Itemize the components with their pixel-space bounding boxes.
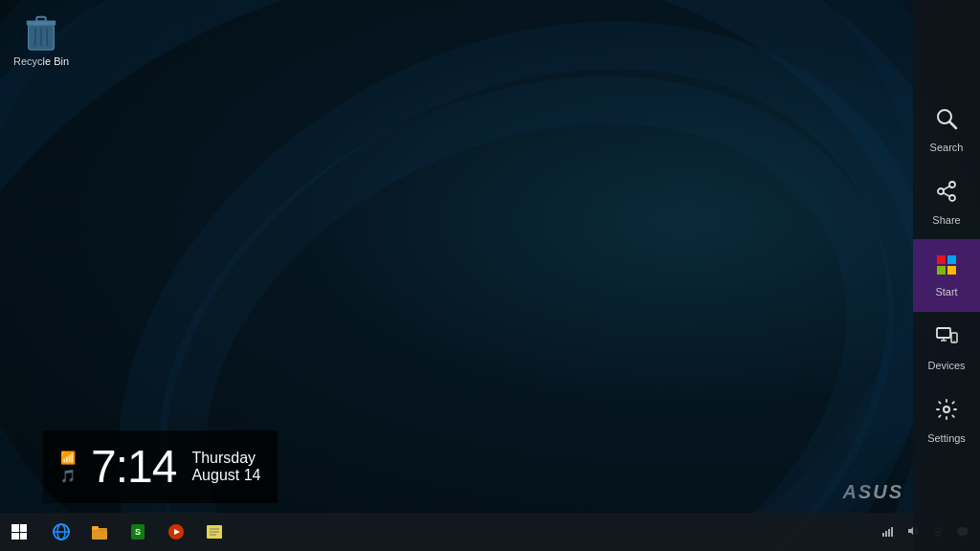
svg-rect-6 bbox=[36, 17, 46, 22]
svg-rect-16 bbox=[937, 266, 946, 275]
svg-rect-28 bbox=[92, 526, 99, 530]
svg-line-12 bbox=[944, 187, 950, 190]
svg-point-11 bbox=[949, 195, 955, 201]
clock-icons: 📶 🎵 bbox=[60, 451, 76, 483]
clock-date-info: Thursday August 14 bbox=[191, 450, 260, 484]
windows-logo-icon bbox=[11, 524, 27, 540]
taskbar-media-icon[interactable] bbox=[157, 513, 195, 551]
svg-line-8 bbox=[949, 121, 956, 128]
recycle-bin-icon[interactable]: Recycle Bin bbox=[8, 10, 75, 72]
charm-start-label: Start bbox=[935, 286, 957, 298]
share-charm-icon bbox=[935, 180, 958, 209]
clock-date: August 14 bbox=[191, 467, 260, 484]
svg-line-4 bbox=[47, 28, 48, 46]
settings-charm-icon bbox=[935, 398, 958, 427]
svg-rect-40 bbox=[891, 527, 893, 537]
clock-widget: 📶 🎵 7:14 Thursday August 14 bbox=[43, 430, 278, 503]
svg-rect-17 bbox=[947, 266, 956, 275]
taskbar-store-icon[interactable]: S bbox=[119, 513, 157, 551]
taskbar-explorer-icon[interactable] bbox=[80, 513, 119, 551]
svg-rect-39 bbox=[888, 529, 890, 537]
charm-devices-label: Devices bbox=[927, 360, 965, 371]
svg-point-23 bbox=[944, 407, 949, 412]
svg-text:S: S bbox=[135, 527, 141, 537]
charms-bar: Search Share bbox=[913, 0, 980, 551]
charm-settings-label: Settings bbox=[927, 432, 966, 444]
devices-charm-icon bbox=[935, 325, 958, 354]
signal-bars-icon: 📶 bbox=[60, 451, 76, 465]
tray-signal-icon bbox=[879, 524, 898, 540]
taskbar-stickynotes-icon[interactable] bbox=[195, 513, 234, 551]
search-charm-icon bbox=[935, 107, 958, 136]
clock-day: Thursday bbox=[191, 450, 260, 467]
svg-point-22 bbox=[953, 341, 955, 342]
media-icon: 🎵 bbox=[60, 469, 76, 483]
svg-rect-38 bbox=[885, 531, 887, 537]
desktop: Recycle Bin 📶 🎵 7:14 Thursday August 14 … bbox=[0, 0, 980, 551]
taskbar: S bbox=[0, 513, 980, 551]
charm-settings[interactable]: Settings bbox=[913, 385, 980, 457]
svg-rect-37 bbox=[882, 533, 884, 537]
recycle-bin-label: Recycle Bin bbox=[13, 55, 69, 68]
svg-rect-18 bbox=[937, 328, 950, 338]
charm-devices[interactable]: Devices bbox=[913, 312, 980, 385]
start-charm-icon bbox=[935, 253, 958, 280]
taskbar-ie-icon[interactable] bbox=[42, 513, 80, 551]
charm-search[interactable]: Search bbox=[913, 94, 980, 166]
clock-time-display: 7:14 bbox=[91, 444, 176, 490]
svg-rect-14 bbox=[937, 255, 946, 264]
charm-start[interactable]: Start bbox=[913, 239, 980, 312]
taskbar-start-button[interactable] bbox=[0, 513, 38, 551]
charm-search-label: Search bbox=[930, 142, 964, 153]
charm-share-label: Share bbox=[932, 214, 960, 226]
svg-line-2 bbox=[34, 28, 35, 46]
svg-point-10 bbox=[938, 188, 944, 194]
recycle-bin-image bbox=[22, 13, 60, 52]
charm-share[interactable]: Share bbox=[913, 166, 980, 239]
taskbar-icons: S bbox=[38, 513, 879, 551]
asus-logo: ASUS bbox=[842, 481, 903, 503]
svg-rect-15 bbox=[947, 255, 956, 264]
svg-point-9 bbox=[949, 182, 955, 187]
svg-line-13 bbox=[944, 193, 950, 197]
